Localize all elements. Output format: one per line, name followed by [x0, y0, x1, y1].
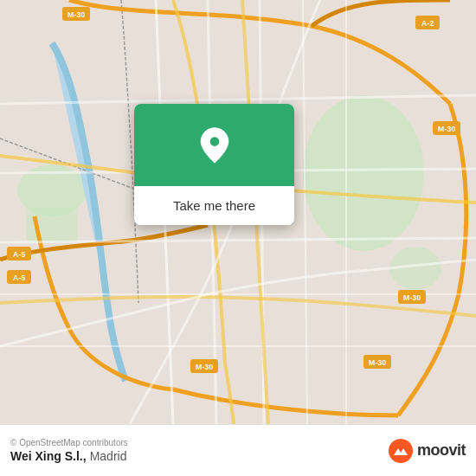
svg-text:M-30: M-30 [196, 363, 214, 371]
svg-text:A-5: A-5 [13, 250, 26, 259]
svg-text:M-30: M-30 [369, 358, 387, 367]
bottom-left-info: © OpenStreetMap contributors Wei Xing S.… [10, 438, 128, 463]
moovit-logo: moovit [388, 438, 466, 464]
take-me-there-button[interactable]: Take me there [134, 186, 294, 225]
osm-attribution: © OpenStreetMap contributors [10, 438, 128, 447]
svg-text:A-5: A-5 [13, 273, 26, 282]
svg-point-31 [209, 137, 219, 146]
moovit-brand-text: moovit [417, 441, 466, 460]
svg-point-32 [389, 439, 413, 463]
svg-rect-3 [26, 208, 78, 242]
svg-text:M-30: M-30 [68, 10, 86, 19]
svg-text:M-30: M-30 [438, 125, 456, 133]
location-city: Madrid [90, 449, 127, 463]
map-container: M-30 M-30 M-30 A-2 A-5 A-5 M-30 M-30 [0, 0, 476, 424]
bottom-bar: © OpenStreetMap contributors Wei Xing S.… [0, 424, 476, 476]
location-name: Wei Xing S.l., [10, 449, 87, 463]
location-pin-icon [196, 126, 234, 164]
card-header [134, 104, 294, 186]
svg-point-1 [303, 95, 424, 251]
svg-text:M-30: M-30 [403, 293, 421, 302]
location-card: Take me there [134, 104, 294, 225]
svg-text:A-2: A-2 [421, 19, 434, 28]
moovit-brand-icon [388, 438, 414, 464]
